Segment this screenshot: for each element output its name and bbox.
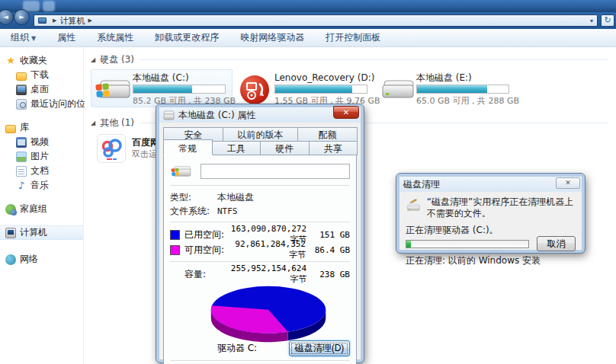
sidebar-label: 文档 bbox=[30, 164, 49, 177]
sidebar-label: 计算机 bbox=[20, 226, 47, 239]
navigation-pane: ★ 收藏夹 下载 桌面 最近访问的位置 库 视频 图片 文档 ♪ 音乐 家庭组 … bbox=[0, 47, 84, 364]
forward-button[interactable]: ► bbox=[14, 9, 30, 25]
cleanup-status-text: 正在清理: 以前的 Windows 安装 bbox=[406, 254, 576, 267]
music-note-icon: ♪ bbox=[16, 180, 27, 191]
tab-quota[interactable]: 配额 bbox=[297, 127, 358, 141]
free-space-swatch bbox=[170, 245, 180, 255]
drive-c-icon bbox=[95, 72, 133, 105]
navigation-bar: ◄ ► ▶ 计算机 ▶ ▾ ↻ bbox=[0, 12, 616, 29]
group-label: 其他 (1) bbox=[100, 117, 134, 129]
dialog-titlebar[interactable]: 磁盘清理 ✕ bbox=[399, 177, 582, 192]
disk-cleanup-button[interactable]: 磁盘清理(D) bbox=[289, 340, 350, 356]
drive-e-icon bbox=[378, 72, 416, 105]
type-label: 类型: bbox=[170, 191, 217, 204]
dialog-titlebar[interactable]: 本地磁盘 (C:) 属性 ✕ bbox=[159, 107, 361, 123]
close-icon[interactable]: ✕ bbox=[556, 177, 580, 189]
free-space-bytes: 92,861,284,352 字节 bbox=[232, 239, 306, 260]
sidebar-item-videos[interactable]: 视频 bbox=[0, 135, 83, 149]
homegroup-icon bbox=[5, 204, 16, 215]
sidebar-item-pictures[interactable]: 图片 bbox=[0, 149, 83, 164]
capacity-row: 容量: 255,952,154,624 字节 238 GB bbox=[170, 267, 350, 282]
capacity-label: 容量: bbox=[184, 268, 231, 281]
capacity-bytes: 255,952,154,624 字节 bbox=[231, 263, 306, 285]
computer-icon bbox=[38, 18, 47, 24]
sidebar-item-downloads[interactable]: 下载 bbox=[0, 68, 83, 82]
sidebar-item-desktop[interactable]: 桌面 bbox=[0, 82, 83, 97]
breadcrumb-arrow-icon[interactable]: ▶ bbox=[53, 18, 56, 24]
recovery-drive-icon bbox=[236, 72, 274, 105]
computer-icon bbox=[5, 228, 16, 238]
used-space-label: 已用空间: bbox=[184, 228, 231, 241]
separator bbox=[170, 222, 350, 223]
breadcrumb-arrow-icon[interactable]: ▶ bbox=[88, 18, 91, 24]
drive-name: 本地磁盘 (E:) bbox=[416, 72, 512, 84]
sidebar-item-favorites[interactable]: ★ 收藏夹 bbox=[0, 53, 83, 68]
free-space-row: 可用空间: 92,861,284,352 字节 86.4 GB bbox=[170, 242, 350, 257]
dialog-title: 磁盘清理 bbox=[403, 178, 440, 191]
pictures-icon bbox=[16, 152, 27, 162]
sidebar-item-recent-places[interactable]: 最近访问的位置 bbox=[0, 97, 83, 111]
desktop-icon bbox=[16, 85, 27, 95]
sidebar-label: 网络 bbox=[20, 253, 38, 266]
capacity-meter bbox=[416, 85, 509, 94]
close-icon[interactable]: ✕ bbox=[333, 106, 359, 119]
drive-tile-c[interactable]: 本地磁盘 (C:) 85.2 GB 可用 , 共 238 GB bbox=[91, 69, 233, 107]
network-icon bbox=[5, 254, 16, 265]
free-space-label: 可用空间: bbox=[184, 244, 232, 257]
volume-label-input[interactable] bbox=[201, 164, 350, 179]
uninstall-program-button[interactable]: 卸载或更改程序 bbox=[144, 31, 229, 44]
window-titlebar[interactable] bbox=[0, 0, 616, 12]
sidebar-item-network[interactable]: 网络 bbox=[0, 252, 83, 267]
used-space-swatch bbox=[170, 230, 180, 240]
sidebar-item-computer[interactable]: 计算机 bbox=[0, 225, 83, 240]
filesystem-label: 文件系统: bbox=[170, 205, 217, 218]
separator bbox=[170, 360, 350, 362]
capacity-meter bbox=[274, 85, 367, 94]
sidebar-label: 视频 bbox=[30, 136, 49, 148]
group-header-harddisks[interactable]: ◢ 硬盘 (3) bbox=[91, 53, 608, 66]
sidebar-item-documents[interactable]: 文档 bbox=[0, 164, 83, 178]
sidebar-item-libraries[interactable]: 库 bbox=[0, 120, 83, 135]
sidebar-label: 图片 bbox=[30, 150, 49, 163]
separator bbox=[170, 185, 350, 187]
open-control-panel-button[interactable]: 打开控制面板 bbox=[315, 31, 391, 44]
separator bbox=[170, 261, 350, 263]
sidebar-item-homegroup[interactable]: 家庭组 bbox=[0, 202, 83, 216]
tab-general[interactable]: 常规 bbox=[163, 139, 213, 155]
organize-menu[interactable]: 组织▼ bbox=[0, 31, 47, 44]
titlebar-icon-blur bbox=[43, 1, 55, 11]
expander-icon[interactable]: ◢ bbox=[91, 120, 95, 126]
command-toolbar: 组织▼ 属性 系统属性 卸载或更改程序 映射网络驱动器 打开控制面板 bbox=[0, 29, 616, 47]
dialog-title: 本地磁盘 (C:) 属性 bbox=[178, 109, 255, 122]
sidebar-label: 桌面 bbox=[30, 83, 49, 96]
drive-letter-caption: 驱动器 C: bbox=[170, 342, 304, 355]
tab-sharing[interactable]: 共享 bbox=[309, 141, 358, 155]
sidebar-item-music[interactable]: ♪ 音乐 bbox=[0, 178, 83, 193]
documents-icon bbox=[16, 166, 27, 177]
refresh-button[interactable]: ↻ bbox=[601, 14, 614, 27]
back-button[interactable]: ◄ bbox=[0, 9, 14, 25]
tab-previous-versions[interactable]: 以前的版本 bbox=[223, 127, 298, 141]
tab-row-front: 常规 工具 硬件 共享 bbox=[163, 141, 357, 155]
cleanup-cancel-button[interactable]: 取消 bbox=[537, 236, 576, 251]
properties-button[interactable]: 属性 bbox=[47, 31, 86, 44]
address-bar[interactable]: ▶ 计算机 ▶ ▾ bbox=[34, 14, 598, 27]
disk-properties-dialog: 本地磁盘 (C:) 属性 ✕ 安全 以前的版本 配额 常规 工具 硬件 共享 bbox=[156, 104, 364, 362]
tab-hardware[interactable]: 硬件 bbox=[260, 141, 310, 155]
group-divider bbox=[140, 59, 608, 60]
videos-icon bbox=[16, 137, 27, 148]
drive-tile-d[interactable]: Lenovo_Recovery (D:) 1.55 GB 可用 , 共 9.76… bbox=[233, 69, 374, 107]
breadcrumb-computer[interactable]: 计算机 bbox=[59, 15, 85, 27]
drive-free-space: 65.0 GB 可用 , 共 288 GB bbox=[416, 95, 512, 107]
explorer-window-chrome: ◄ ► ▶ 计算机 ▶ ▾ ↻ 组织▼ 属性 系统属性 卸载或更改程序 映射网络… bbox=[0, 0, 616, 47]
tab-tools[interactable]: 工具 bbox=[212, 141, 261, 155]
recent-places-icon bbox=[16, 99, 27, 110]
map-network-drive-button[interactable]: 映射网络驱动器 bbox=[229, 31, 315, 44]
drive-tile-e[interactable]: 本地磁盘 (E:) 65.0 GB 可用 , 共 288 GB bbox=[374, 69, 516, 107]
address-dropdown-icon[interactable]: ▾ bbox=[590, 18, 593, 24]
sidebar-label: 家庭组 bbox=[20, 203, 47, 216]
filesystem-value: NTFS bbox=[217, 206, 238, 216]
expander-icon[interactable]: ◢ bbox=[91, 56, 95, 63]
system-properties-button[interactable]: 系统属性 bbox=[86, 31, 144, 44]
group-label: 硬盘 (3) bbox=[100, 53, 134, 66]
